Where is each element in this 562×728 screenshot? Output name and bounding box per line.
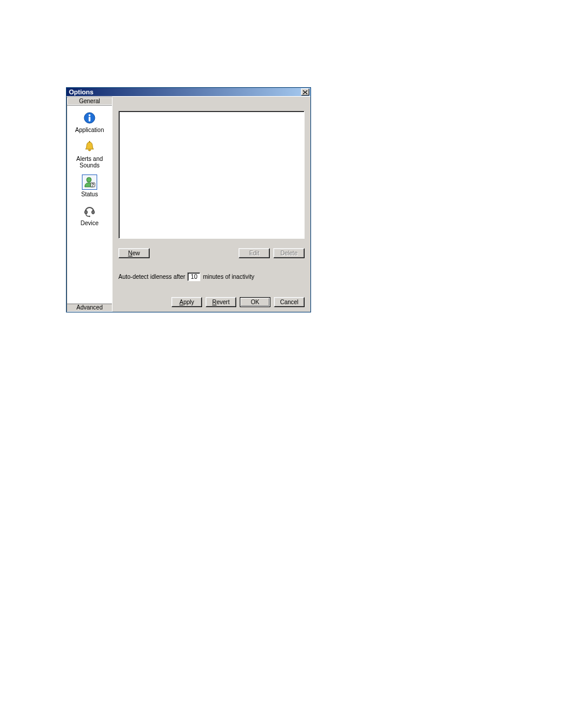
info-icon	[82, 110, 97, 126]
idle-suffix-label: minutes of inactivity	[203, 274, 254, 280]
svg-text:?: ?	[91, 183, 94, 187]
sidebar-item-label: Alerts and Sounds	[67, 156, 112, 169]
status-listbox[interactable]	[118, 111, 305, 239]
cancel-button[interactable]: Cancel	[274, 297, 305, 307]
svg-rect-4	[89, 141, 90, 143]
button-label-rest: pply	[183, 299, 194, 305]
svg-rect-2	[89, 114, 91, 116]
bell-icon	[82, 139, 97, 154]
svg-point-9	[92, 210, 95, 214]
button-mnemonic: R	[212, 299, 216, 305]
category-sidebar: General Application	[67, 97, 113, 312]
revert-button[interactable]: Revert	[206, 297, 236, 307]
apply-button[interactable]: Apply	[171, 297, 202, 307]
svg-point-8	[85, 210, 88, 214]
sidebar-item-label: Application	[75, 127, 104, 133]
ok-button[interactable]: OK	[240, 297, 270, 307]
button-label-rest: ew	[133, 250, 140, 256]
close-icon	[303, 90, 308, 94]
close-button[interactable]	[301, 88, 309, 95]
idle-minutes-input[interactable]	[187, 272, 200, 281]
button-label-rest: evert	[217, 299, 230, 305]
delete-button: Delete	[273, 248, 305, 258]
options-dialog: Options General	[66, 87, 311, 312]
sidebar-group-general[interactable]: General	[67, 97, 112, 106]
titlebar[interactable]: Options	[67, 88, 310, 96]
sidebar-item-alerts-sounds[interactable]: Alerts and Sounds	[67, 137, 112, 172]
window-title: Options	[69, 88, 94, 96]
svg-point-5	[87, 177, 91, 182]
sidebar-item-application[interactable]: Application	[67, 108, 112, 137]
content-pane: New Edit Delete Auto-detect idleness aft…	[113, 97, 310, 312]
idle-prefix-label: Auto-detect idleness after	[118, 274, 185, 280]
sidebar-group-advanced[interactable]: Advanced	[67, 303, 112, 311]
sidebar-item-label: Status	[81, 191, 98, 197]
svg-point-10	[89, 216, 90, 217]
headset-icon	[82, 203, 97, 219]
new-button[interactable]: New	[118, 248, 150, 258]
button-mnemonic: N	[128, 250, 132, 256]
svg-rect-3	[89, 117, 91, 121]
sidebar-item-label: Device	[81, 220, 99, 226]
person-icon: ?	[82, 174, 97, 190]
sidebar-item-status[interactable]: ? Status	[67, 172, 112, 201]
edit-button: Edit	[239, 248, 270, 258]
sidebar-item-device[interactable]: Device	[67, 201, 112, 230]
